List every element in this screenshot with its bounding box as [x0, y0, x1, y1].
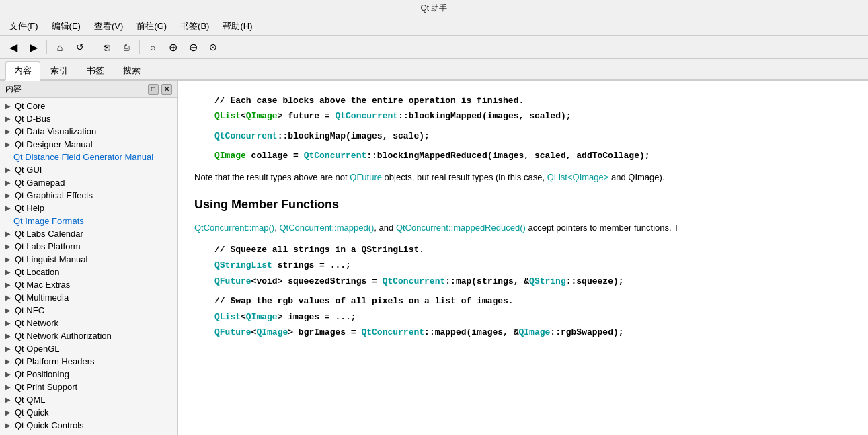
tab-bookmarks-tab[interactable]: 书签: [78, 61, 113, 79]
tree-item[interactable]: ▶Qt Positioning: [0, 368, 177, 381]
menu-item-view[interactable]: 查看(V): [90, 19, 127, 34]
menu-item-bookmarks[interactable]: 书签(B): [176, 19, 213, 34]
tree-item-label: Qt Linguist Manual: [15, 254, 87, 264]
menu-item-file[interactable]: 文件(F): [5, 19, 42, 34]
back-button[interactable]: ◀: [4, 38, 23, 56]
tab-contents[interactable]: 内容: [5, 61, 40, 81]
tree-item[interactable]: ▶Qt Mac Extras: [0, 278, 177, 291]
code-line-1: QList<QImage> future = QtConcurrent::blo…: [214, 108, 852, 124]
code-comment-1: // Squeeze all strings in a QStringList.: [214, 242, 852, 258]
tree-item[interactable]: ▶Qt OpenGL: [0, 342, 177, 355]
tree-arrow: ▶: [5, 345, 12, 352]
mapped-link[interactable]: QtConcurrent::mapped(): [279, 223, 374, 233]
code-line-7: QFuture<QImage> bgrImages = QtConcurrent…: [214, 325, 852, 340]
tree-arrow: ▶: [5, 332, 12, 340]
menu-item-go[interactable]: 前往(G): [132, 19, 171, 34]
tree-item[interactable]: ▶Qt Multimedia: [0, 291, 177, 304]
tree-arrow: ▶: [5, 409, 12, 416]
code-comment-0: // Each case blocks above the entire ope…: [214, 93, 852, 108]
tree-item[interactable]: Qt Distance Field Generator Manual: [0, 151, 177, 163]
zoom-in-button[interactable]: ⊕: [163, 38, 182, 56]
tree-item[interactable]: ▶Qt D-Bus: [0, 112, 177, 125]
tree-item[interactable]: ▶Qt Data Visualization: [0, 125, 177, 138]
tree-arrow: ▶: [5, 243, 12, 250]
tree-arrow: ▶: [5, 358, 12, 365]
tree-item[interactable]: ▶Qt Quick: [0, 406, 177, 419]
tree-arrow: ▶: [5, 383, 12, 391]
tree-item[interactable]: ▶Qt QML: [0, 393, 177, 406]
home-button[interactable]: ⌂: [50, 38, 69, 56]
code-line-5: QFuture<void> squeezedStrings = QtConcur…: [214, 274, 852, 289]
tree-item-label: Qt Data Visualization: [15, 126, 96, 136]
mappedreduced-link[interactable]: QtConcurrent::mappedReduced(): [396, 223, 526, 233]
menu-item-edit[interactable]: 编辑(E): [48, 19, 85, 34]
tree-item-label: Qt Help: [15, 203, 44, 213]
tree-arrow: ▶: [5, 128, 12, 135]
code-comment-2: // Swap the rgb values of all pixels on …: [214, 293, 852, 309]
print-button[interactable]: ⎙: [117, 38, 136, 56]
tree-item[interactable]: ▶Qt Network Authorization: [0, 329, 177, 342]
panel-minimize-button[interactable]: □: [148, 84, 159, 95]
left-panel-controls: □ ✕: [148, 84, 172, 95]
qlist-qimage-link[interactable]: QList<QImage>: [547, 172, 609, 182]
tree-item[interactable]: ▶Qt Designer Manual: [0, 138, 177, 151]
tree-item-label: Qt QML: [15, 395, 46, 405]
tree-item[interactable]: ▶Qt GUI: [0, 163, 177, 176]
tree-item[interactable]: ▶Qt Platform Headers: [0, 355, 177, 368]
left-panel: 内容 □ ✕ ▶Qt Core▶Qt D-Bus▶Qt Data Visuali…: [0, 81, 178, 435]
tree-item[interactable]: ▶Qt NFC: [0, 304, 177, 317]
tree-arrow: ▶: [5, 230, 12, 237]
tree-item[interactable]: ▶Qt Help: [0, 202, 177, 214]
tree-arrow: ▶: [5, 370, 12, 378]
tree-item-label: Qt Location: [15, 267, 60, 277]
section-heading-1: Using Member Functions: [194, 195, 852, 214]
tree-item-label: Qt Network Authorization: [15, 331, 112, 341]
toolbar-sep-2: [93, 40, 93, 54]
tree-item-label: Qt Positioning: [15, 369, 69, 379]
code-line-4: QStringList strings = ...;: [214, 258, 852, 273]
title-bar: Qt 助手: [0, 0, 868, 17]
sync-button[interactable]: ↺: [71, 38, 89, 56]
copy-button[interactable]: ⎘: [97, 38, 116, 56]
tab-index[interactable]: 索引: [42, 61, 77, 79]
tree-item[interactable]: Qt Image Formats: [0, 214, 177, 227]
zoom-out-button[interactable]: ⊖: [184, 38, 202, 56]
tree-item-label: Qt Graphical Effects: [15, 190, 93, 200]
qfuture-link[interactable]: QFuture: [350, 172, 382, 182]
tabs-row: 内容索引书签搜索: [0, 59, 868, 81]
code-block-1: // Each case blocks above the entire ope…: [214, 93, 852, 124]
tree-arrow: ▶: [5, 179, 12, 186]
tree-item-label: Qt Quick Controls: [15, 420, 84, 430]
panel-close-button[interactable]: ✕: [161, 84, 172, 95]
tree-item[interactable]: ▶Qt Quick Controls: [0, 419, 177, 432]
tree-item-label: Qt Distance Field Generator Manual: [13, 152, 153, 162]
tree-item-label: Qt Gamepad: [15, 177, 65, 188]
tree-item[interactable]: ▶Qt Core: [0, 100, 177, 112]
tree-arrow: ▶: [5, 166, 12, 173]
code-line-3: QImage collage = QtConcurrent::blockingM…: [214, 148, 852, 163]
tree-item-label: Qt Core: [15, 101, 46, 111]
tree-item[interactable]: ▶Qt Network: [0, 317, 177, 329]
toolbar-sep-1: [46, 40, 47, 54]
code-block-2: QtConcurrent::blockingMap(images, scale)…: [214, 128, 852, 144]
map-link[interactable]: QtConcurrent::map(): [194, 223, 274, 233]
tree-item[interactable]: ▶Qt Labs Calendar: [0, 227, 177, 240]
tree-item[interactable]: ▶Qt Quick Controls 1: [0, 432, 177, 435]
tree-item[interactable]: ▶Qt Print Support: [0, 381, 177, 393]
tree-item[interactable]: ▶Qt Linguist Manual: [0, 253, 177, 266]
tree-item[interactable]: ▶Qt Labs Platform: [0, 240, 177, 253]
tab-search[interactable]: 搜索: [114, 61, 149, 79]
code-block-3: QImage collage = QtConcurrent::blockingM…: [214, 148, 852, 163]
tree-item[interactable]: ▶Qt Graphical Effects: [0, 189, 177, 202]
zoom-search-button[interactable]: ⌕: [143, 38, 162, 56]
right-panel: // Each case blocks above the entire ope…: [178, 81, 868, 435]
tree-item[interactable]: ▶Qt Location: [0, 266, 177, 278]
code-line-6: QList<QImage> images = ...;: [214, 309, 852, 325]
forward-button[interactable]: ▶: [24, 38, 43, 56]
zoom-fit-button[interactable]: ⊙: [204, 38, 223, 56]
tree-item-label: Qt Labs Calendar: [15, 229, 83, 239]
tree-item[interactable]: ▶Qt Gamepad: [0, 176, 177, 189]
tree-item-label: Qt Mac Extras: [15, 280, 70, 290]
tree-arrow: ▶: [5, 141, 12, 148]
menu-item-help[interactable]: 帮助(H): [219, 19, 256, 34]
